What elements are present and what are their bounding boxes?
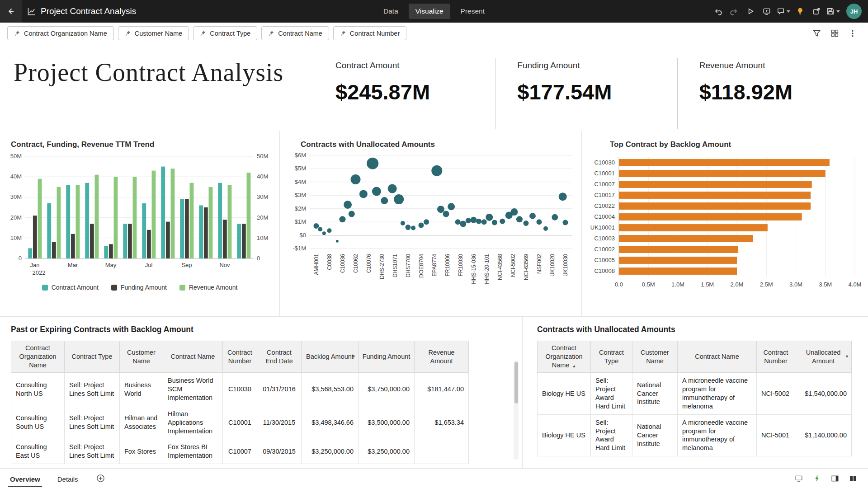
svg-text:C10076: C10076 — [366, 254, 372, 273]
table-cell[interactable]: $1,653.34 — [415, 406, 469, 439]
column-header-contract-name[interactable]: Contract Name — [678, 341, 757, 373]
table-cell[interactable]: $3,568,553.00 — [302, 373, 359, 406]
present-button[interactable] — [759, 3, 775, 20]
preview-button[interactable] — [742, 3, 759, 20]
performance-button[interactable] — [810, 472, 824, 485]
visualizations-grid-button[interactable] — [826, 26, 843, 41]
table-cell[interactable]: Business World SCM Implementation — [163, 373, 223, 406]
legend-item-funding-amount[interactable]: Funding Amount — [111, 284, 167, 291]
filter-chip-contract-type[interactable]: Contract Type — [193, 26, 257, 40]
svg-text:$6M: $6M — [295, 152, 306, 159]
legend-item-revenue-amount[interactable]: Revenue Amount — [179, 284, 237, 291]
table-cell[interactable]: Fox Stores BI Implementation — [163, 439, 223, 464]
save-button[interactable] — [825, 3, 842, 20]
kpi-revenue-amount[interactable]: Revenue Amount$118.92M — [677, 58, 859, 129]
column-header-contract-end-date[interactable]: Contract End Date — [257, 341, 302, 373]
scrollbar-thumb[interactable] — [514, 362, 518, 404]
presentation-quality-button[interactable] — [792, 472, 806, 485]
column-header-label: Contract Number — [764, 349, 788, 365]
column-header-customer-name[interactable]: Customer Name — [632, 341, 678, 373]
table-cell[interactable]: C10001 — [223, 406, 257, 439]
table-cell[interactable]: National Cancer Institute — [632, 373, 678, 414]
table-cell[interactable]: Hilman Applications Implementation — [163, 406, 223, 439]
table-cell[interactable]: $3,498,346.66 — [302, 406, 359, 439]
kpi-funding-amount[interactable]: Funding Amount$177.54M — [495, 58, 677, 129]
table-cell[interactable]: $3,750,000.00 — [359, 373, 415, 406]
svg-text:-$1M: -$1M — [292, 245, 306, 252]
table-cell[interactable]: Biology HE US — [538, 414, 591, 456]
table-cell[interactable]: Fox Stores — [120, 439, 163, 464]
table-cell[interactable]: $3,500,000.00 — [359, 406, 415, 439]
column-menu-caret[interactable]: ▼ — [352, 354, 356, 360]
column-header-contract-type[interactable]: Contract Type — [591, 341, 632, 373]
column-header-contract-type[interactable]: Contract Type — [65, 341, 120, 373]
canvas-tab-details[interactable]: Details — [56, 470, 80, 487]
user-avatar[interactable]: JH — [846, 4, 862, 19]
table-cell[interactable]: $3,250,000.00 — [359, 439, 415, 464]
unallocated-scatter-chart[interactable]: -$1M$0$1M$2M$3M$4M$5M$6MAMH001C0038C1003… — [282, 150, 580, 307]
column-header-backlog-amount[interactable]: Backlog Amount▼ — [302, 341, 359, 373]
table-cell[interactable]: Sell: Project Award Hard Limit — [591, 373, 632, 414]
table-cell[interactable]: C10007 — [223, 439, 257, 464]
table-cell[interactable]: $1,140,000.00 — [795, 414, 852, 456]
add-canvas-button[interactable] — [96, 474, 105, 483]
filter-chip-contract-organization-name[interactable]: Contract Organization Name — [7, 26, 114, 40]
undo-button[interactable] — [710, 3, 726, 20]
table-cell[interactable]: Hilman and Associates — [120, 406, 163, 439]
table-cell[interactable]: Consulting South US — [11, 406, 65, 439]
toggle-bottom-panel-button[interactable] — [846, 472, 860, 485]
table-cell[interactable]: Sell: Project Award Hard Limit — [591, 414, 632, 456]
table-cell[interactable]: C10030 — [223, 373, 257, 406]
table-cell[interactable]: Biology HE US — [538, 373, 591, 414]
table-cell[interactable]: Sell: Project Lines Soft Limit — [65, 406, 120, 439]
table-cell[interactable]: 01/31/2016 — [257, 373, 302, 406]
filter-panel-button[interactable] — [808, 26, 825, 41]
table-cell[interactable]: A microneedle vaccine program for immuno… — [678, 373, 757, 414]
table-cell[interactable]: National Cancer Institute — [632, 414, 678, 456]
toggle-right-panel-button[interactable] — [828, 472, 842, 485]
column-header-contract-number[interactable]: Contract Number — [757, 341, 795, 373]
mode-tab-data[interactable]: Data — [377, 4, 405, 19]
more-options-button[interactable] — [844, 26, 861, 41]
column-header-funding-amount[interactable]: Funding Amount — [359, 341, 415, 373]
export-button[interactable] — [808, 3, 825, 20]
table-cell[interactable]: NCI-5002 — [757, 373, 795, 414]
column-header-unallocated-amount[interactable]: Unallocated Amount▼ — [795, 341, 852, 373]
column-header-contract-name[interactable]: Contract Name — [163, 341, 223, 373]
mode-tab-present[interactable]: Present — [454, 4, 491, 19]
column-header-contract-number[interactable]: Contract Number — [223, 341, 257, 373]
table-cell[interactable]: 09/30/2015 — [257, 439, 302, 464]
table-cell[interactable]: $1,540,000.00 — [795, 373, 852, 414]
table-cell[interactable]: $3,250,000.00 — [302, 439, 359, 464]
table-cell[interactable]: NCI-5001 — [757, 414, 795, 456]
pin-icon — [268, 30, 274, 37]
redo-button[interactable] — [726, 3, 742, 20]
column-header-contract-organization-name[interactable]: Contract Organization Name — [11, 341, 65, 373]
filter-chip-customer-name[interactable]: Customer Name — [118, 26, 189, 40]
kpi-contract-amount[interactable]: Contract Amount$245.87M — [335, 58, 495, 129]
table-cell[interactable]: $181,447.00 — [415, 373, 469, 406]
comments-button[interactable] — [775, 3, 792, 20]
legend-item-contract-amount[interactable]: Contract Amount — [42, 284, 99, 291]
table-scrollbar[interactable] — [514, 360, 519, 460]
column-header-customer-name[interactable]: Customer Name — [120, 341, 163, 373]
filter-chip-contract-number[interactable]: Contract Number — [333, 26, 406, 40]
column-header-revenue-amount[interactable]: Revenue Amount — [415, 341, 469, 373]
table-cell[interactable]: 11/30/2015 — [257, 406, 302, 439]
backlog-bar-chart[interactable]: 0.00.5M1.0M1.5M2.0M2.5M3.0M3.5M4.0MC1003… — [583, 154, 868, 295]
back-button[interactable] — [0, 0, 22, 23]
table-cell[interactable] — [415, 439, 469, 464]
table-cell[interactable]: Sell: Project Lines Soft Limit — [65, 373, 120, 406]
insights-button[interactable] — [792, 3, 808, 20]
ttm-trend-chart[interactable]: 0010M10M20M20M30M30M40M40M50M50MJan2022M… — [3, 150, 277, 282]
table-cell[interactable]: Business World — [120, 373, 163, 406]
filter-chip-contract-name[interactable]: Contract Name — [261, 26, 329, 40]
table-cell[interactable]: Consulting East US — [11, 439, 65, 464]
column-header-contract-organization-name[interactable]: Contract Organization Name ▲ — [538, 341, 591, 373]
table-cell[interactable]: A microneedle vaccine program for immuno… — [678, 414, 757, 456]
table-cell[interactable]: Consulting North US — [11, 373, 65, 406]
table-cell[interactable]: Sell: Project Lines Soft Limit — [65, 439, 120, 464]
column-menu-caret[interactable]: ▼ — [845, 354, 849, 360]
mode-tab-visualize[interactable]: Visualize — [409, 4, 450, 19]
canvas-tab-overview[interactable]: Overview — [8, 470, 42, 487]
